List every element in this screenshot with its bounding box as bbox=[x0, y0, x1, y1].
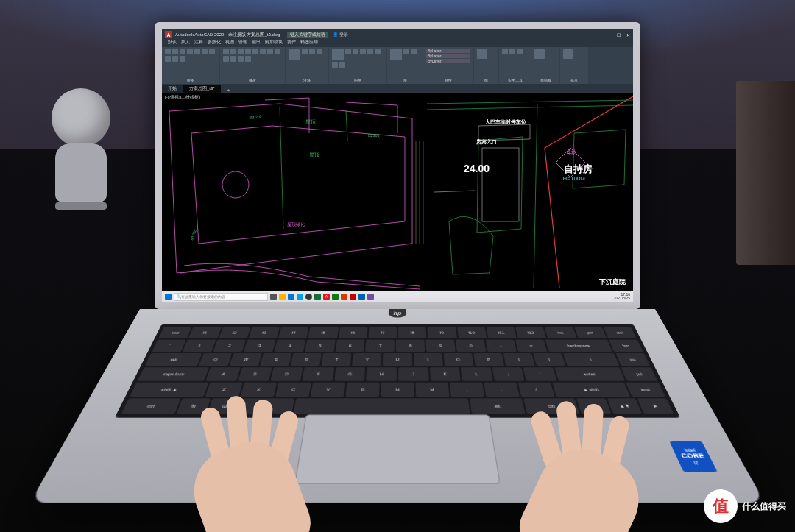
windows-taskbar[interactable]: 🔍 在这里输入你要搜索的内容 A 17:162021/3/25 bbox=[162, 291, 633, 302]
hp-icon[interactable] bbox=[305, 294, 312, 300]
intel-sticker: intel CORE i7 bbox=[669, 441, 718, 472]
autocad-logo-icon: A bbox=[165, 31, 172, 38]
tab-output[interactable]: 输出 bbox=[252, 40, 261, 47]
desk-figurine bbox=[44, 88, 118, 258]
label-roof-2: 屋顶 bbox=[309, 152, 319, 159]
drawing-canvas[interactable]: [-][俯视][二维线框] 屋顶 屋顶 屋顶绿化 大巴车临时停车位 贵宾入口 2… bbox=[162, 93, 633, 291]
keyboard[interactable]: escf1f2f3f4f5f6f7f8f9f10f11f12insprtdel … bbox=[115, 324, 680, 418]
label-height: H=100M bbox=[563, 175, 585, 182]
app-icon[interactable] bbox=[367, 294, 374, 300]
viewport-label[interactable]: [-][俯视][二维线框] bbox=[165, 94, 200, 101]
mail-icon[interactable] bbox=[297, 294, 303, 300]
panel-utilities[interactable]: 实用工具 bbox=[499, 47, 531, 84]
laptop-screen-bezel: A Autodesk AutoCAD 2020 - 未注册版 方案总图_t3.d… bbox=[155, 22, 640, 309]
tab-manage[interactable]: 管理 bbox=[239, 40, 247, 47]
label-roof-1: 屋顶 bbox=[305, 118, 316, 126]
laptop: A Autodesk AutoCAD 2020 - 未注册版 方案总图_t3.d… bbox=[140, 22, 655, 500]
label-elev2: 83.200 bbox=[368, 133, 379, 138]
panel-draw[interactable]: 绘图 bbox=[162, 47, 219, 84]
ribbon: 绘图 修改 注释 图层 块 bbox=[162, 47, 633, 84]
tab-drawing[interactable]: 方案总图_t3* bbox=[183, 85, 221, 93]
search-hint[interactable]: 键入关键字或短语 bbox=[287, 32, 328, 38]
panel-layers[interactable]: 图层 bbox=[329, 47, 386, 84]
watermark-text: 什么值得买 bbox=[742, 500, 786, 513]
tab-view[interactable]: 视图 bbox=[225, 40, 234, 47]
label-bus-parking: 大巴车临时停车位 bbox=[485, 118, 526, 126]
panel-clipboard[interactable]: 剪贴板 bbox=[531, 47, 559, 84]
tab-start[interactable]: 开始 bbox=[162, 85, 183, 93]
hp-logo-icon: hp bbox=[389, 309, 406, 318]
watermark: 值 什么值得买 bbox=[704, 489, 786, 523]
label-vip-entrance: 贵宾入口 bbox=[476, 138, 497, 146]
trackpad[interactable] bbox=[294, 414, 501, 483]
desk-object-right bbox=[736, 81, 795, 265]
user-menu[interactable]: 👤 登录 bbox=[333, 32, 348, 38]
document-tabs[interactable]: 开始 方案总图_t3* + bbox=[162, 84, 633, 93]
app-icon[interactable] bbox=[350, 294, 356, 300]
tab-parametric[interactable]: 参数化 bbox=[208, 40, 221, 47]
panel-modify[interactable]: 修改 bbox=[220, 47, 285, 84]
panel-properties[interactable]: ByLayer ByLayer ByLayer 特性 bbox=[423, 47, 473, 84]
svg-point-0 bbox=[222, 171, 249, 198]
app-icon[interactable] bbox=[332, 294, 339, 300]
autocad-icon[interactable]: A bbox=[323, 294, 330, 300]
tab-annotate[interactable]: 注释 bbox=[194, 40, 203, 47]
tab-featured[interactable]: 精选应用 bbox=[300, 40, 318, 47]
close-icon[interactable]: ✕ bbox=[626, 32, 630, 38]
watermark-badge-icon: 值 bbox=[704, 489, 738, 523]
label-courtyard: 下沉庭院 bbox=[599, 277, 626, 287]
app-icon[interactable] bbox=[341, 294, 347, 300]
label-self-owned: 自持房 bbox=[564, 163, 593, 176]
tab-collab[interactable]: 协作 bbox=[287, 40, 296, 47]
app-icon[interactable] bbox=[358, 294, 365, 300]
panel-annotate[interactable]: 注释 bbox=[286, 47, 328, 84]
svg-rect-1 bbox=[482, 148, 519, 221]
taskbar-search[interactable]: 🔍 在这里输入你要搜索的内容 bbox=[174, 293, 268, 301]
tab-insert[interactable]: 插入 bbox=[181, 40, 190, 47]
panel-group[interactable]: 组 bbox=[474, 47, 498, 84]
dimension-value: 24.00 bbox=[464, 163, 490, 174]
label-roof-green: 屋顶绿化 bbox=[287, 221, 305, 228]
maximize-icon[interactable]: ☐ bbox=[617, 32, 621, 38]
explorer-icon[interactable] bbox=[279, 294, 286, 300]
ribbon-tabs[interactable]: 默认 插入 注释 参数化 视图 管理 输出 附加模块 协作 精选应用 bbox=[162, 40, 633, 47]
tab-addons[interactable]: 附加模块 bbox=[265, 40, 283, 47]
tab-new-icon[interactable]: + bbox=[222, 87, 236, 93]
panel-base[interactable]: 基点 bbox=[560, 47, 588, 84]
cad-drawing bbox=[162, 93, 633, 291]
task-view-icon[interactable] bbox=[270, 294, 277, 300]
title-bar[interactable]: A Autodesk AutoCAD 2020 - 未注册版 方案总图_t3.d… bbox=[162, 29, 633, 40]
label-building-no: 4# bbox=[567, 148, 576, 157]
app-title: Autodesk AutoCAD 2020 - 未注册版 方案总图_t3.dwg bbox=[175, 32, 280, 38]
laptop-deck: hp escf1f2f3f4f5f6f7f8f9f10f11f12insprtd… bbox=[30, 309, 766, 503]
tab-default[interactable]: 默认 bbox=[168, 40, 177, 47]
start-icon[interactable] bbox=[165, 294, 172, 300]
taskbar-clock[interactable]: 17:162021/3/25 bbox=[614, 293, 630, 301]
panel-block[interactable]: 块 bbox=[387, 47, 423, 84]
app-icon[interactable] bbox=[314, 294, 321, 300]
screen-content: A Autodesk AutoCAD 2020 - 未注册版 方案总图_t3.d… bbox=[162, 29, 633, 302]
edge-icon[interactable] bbox=[288, 294, 294, 300]
minimize-icon[interactable]: ─ bbox=[608, 32, 611, 38]
